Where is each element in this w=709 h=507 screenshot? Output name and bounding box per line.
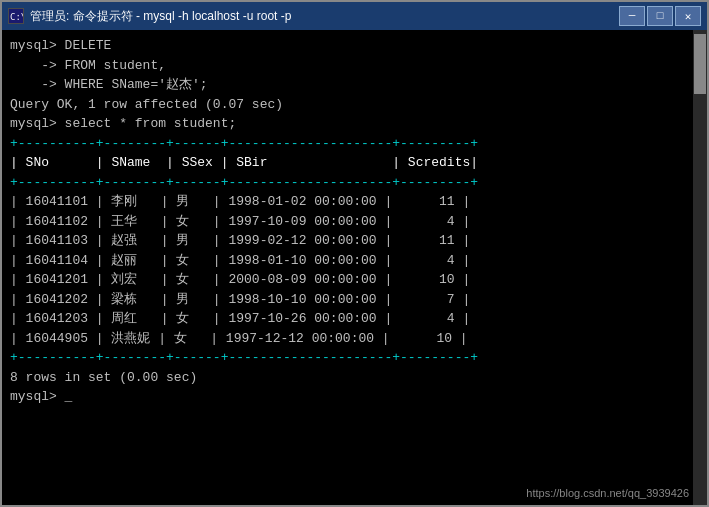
terminal-wrapper: mysql> DELETE -> FROM student, -> WHERE … — [2, 30, 707, 505]
terminal-line: | 16041202 | 梁栋 | 男 | 1998-10-10 00:00:0… — [10, 290, 685, 310]
terminal-line: +----------+--------+------+------------… — [10, 348, 685, 368]
terminal-line: -> FROM student, — [10, 56, 685, 76]
maximize-button[interactable]: □ — [647, 6, 673, 26]
terminal-line: -> WHERE SName='赵杰'; — [10, 75, 685, 95]
terminal-line: +----------+--------+------+------------… — [10, 134, 685, 154]
terminal-content[interactable]: mysql> DELETE -> FROM student, -> WHERE … — [2, 30, 693, 505]
terminal-line: +----------+--------+------+------------… — [10, 173, 685, 193]
terminal-line: | 16041104 | 赵丽 | 女 | 1998-01-10 00:00:0… — [10, 251, 685, 271]
svg-text:C:\: C:\ — [10, 12, 23, 22]
terminal-line: | 16044905 | 洪燕妮 | 女 | 1997-12-12 00:00:… — [10, 329, 685, 349]
watermark: https://blog.csdn.net/qq_3939426 — [526, 487, 689, 499]
cmd-icon: C:\ — [8, 8, 24, 24]
terminal-line: mysql> select * from student; — [10, 114, 685, 134]
terminal-line: | 16041103 | 赵强 | 男 | 1999-02-12 00:00:0… — [10, 231, 685, 251]
terminal-line: mysql> DELETE — [10, 36, 685, 56]
terminal-line: | SNo | SName | SSex | SBir | Scredits| — [10, 153, 685, 173]
window: C:\ 管理员: 命令提示符 - mysql -h localhost -u r… — [0, 0, 709, 507]
window-title: 管理员: 命令提示符 - mysql -h localhost -u root … — [30, 8, 291, 25]
scrollbar-thumb[interactable] — [694, 34, 706, 94]
terminal-line: | 16041101 | 李刚 | 男 | 1998-01-02 00:00:0… — [10, 192, 685, 212]
terminal-line: | 16041201 | 刘宏 | 女 | 2000-08-09 00:00:0… — [10, 270, 685, 290]
titlebar-left: C:\ 管理员: 命令提示符 - mysql -h localhost -u r… — [8, 8, 291, 25]
minimize-button[interactable]: ─ — [619, 6, 645, 26]
terminal-line: mysql> _ — [10, 387, 685, 407]
titlebar: C:\ 管理员: 命令提示符 - mysql -h localhost -u r… — [2, 2, 707, 30]
close-button[interactable]: ✕ — [675, 6, 701, 26]
terminal-area[interactable]: mysql> DELETE -> FROM student, -> WHERE … — [2, 30, 693, 505]
terminal-line: 8 rows in set (0.00 sec) — [10, 368, 685, 388]
scrollbar[interactable] — [693, 30, 707, 505]
titlebar-controls: ─ □ ✕ — [619, 6, 701, 26]
terminal-line: | 16041203 | 周红 | 女 | 1997-10-26 00:00:0… — [10, 309, 685, 329]
terminal-line: Query OK, 1 row affected (0.07 sec) — [10, 95, 685, 115]
terminal-line: | 16041102 | 王华 | 女 | 1997-10-09 00:00:0… — [10, 212, 685, 232]
